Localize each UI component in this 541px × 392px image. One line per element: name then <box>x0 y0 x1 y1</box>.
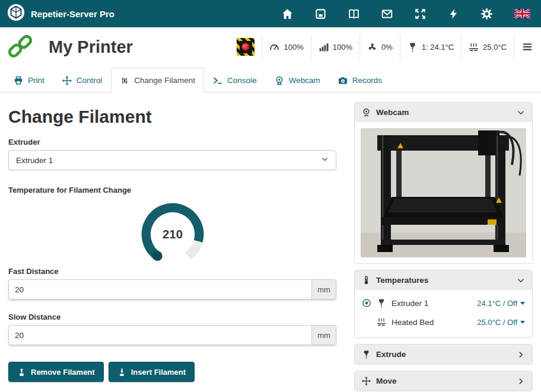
slow-distance-label: Slow Distance <box>8 313 336 321</box>
repetier-logo-icon <box>7 4 25 24</box>
tab-webcam-label: Webcam <box>289 76 320 85</box>
remove-filament-label: Remove Filament <box>31 368 95 377</box>
fast-distance-unit: mm <box>311 279 336 299</box>
extrude-panel: Extrude <box>354 344 533 365</box>
console-icon <box>213 76 222 85</box>
extruder-temp-dropdown[interactable]: 24.1°C / Off <box>477 299 525 308</box>
fast-distance-input[interactable] <box>8 279 311 299</box>
heated-bed-temp-reading: 25.0°C / Off <box>477 318 517 327</box>
webcam-panel: Webcam <box>354 102 533 264</box>
fullscreen-icon[interactable] <box>415 8 426 20</box>
emergency-stop-button[interactable] <box>230 34 262 59</box>
extruder-row-label: Extruder 1 <box>392 299 428 308</box>
fan-status[interactable]: 0% <box>359 34 400 59</box>
language-flag-icon[interactable] <box>514 9 530 19</box>
heated-bed-temp-row: Heated Bed 25.0°C / Off <box>362 313 525 332</box>
flow-value: 100% <box>333 43 352 52</box>
heated-bed-temp-dropdown[interactable]: 25.0°C / Off <box>477 318 525 327</box>
extrude-panel-header[interactable]: Extrude <box>355 345 532 364</box>
settings-gear-icon[interactable] <box>481 8 492 20</box>
fan-icon <box>367 42 377 52</box>
temperatures-panel-header[interactable]: Temperatures <box>355 270 532 290</box>
chevron-right-icon <box>517 350 525 359</box>
change-filament-form: Change Filament Extruder Extruder 1 Temp… <box>8 102 336 382</box>
tab-control-label: Control <box>77 76 103 85</box>
speed-multiplier[interactable]: 100% <box>262 34 310 59</box>
hamburger-menu-icon <box>522 42 533 52</box>
extruder-temp-value: 1: 24.1°C <box>422 43 454 52</box>
messages-icon[interactable] <box>381 8 393 20</box>
manual-book-icon[interactable] <box>348 8 359 20</box>
slow-distance-group: mm <box>8 325 336 345</box>
extruder-nozzle-icon <box>408 42 418 52</box>
change-filament-icon <box>120 76 129 85</box>
insert-filament-label: Insert Filament <box>131 368 186 377</box>
heated-bed-icon <box>377 317 386 327</box>
webcam-panel-header[interactable]: Webcam <box>355 103 532 122</box>
extruder-temp-row: Extruder 1 24.1°C / Off <box>362 294 525 313</box>
filament-actions: Remove Filament Insert Filament <box>8 362 336 382</box>
move-panel-header[interactable]: Move <box>355 371 532 391</box>
extruder-select-value: Extruder 1 <box>16 156 53 165</box>
tab-control[interactable]: Control <box>53 68 112 93</box>
bed-temp-status[interactable]: 25.0°C <box>461 34 514 59</box>
tab-print[interactable]: Print <box>5 68 53 93</box>
temperatures-list: Extruder 1 24.1°C / Off Heated Bed 25.0°… <box>355 290 532 337</box>
extruder-nozzle-icon <box>362 350 371 359</box>
printer-menu-button[interactable] <box>514 34 534 59</box>
thermometer-icon <box>362 276 371 285</box>
extrude-panel-title: Extrude <box>376 350 406 359</box>
sidebar: Webcam <box>354 102 533 392</box>
target-radio-icon[interactable] <box>362 298 371 308</box>
tab-console[interactable]: Console <box>204 68 266 93</box>
tab-change-filament-label: Change Filament <box>134 76 195 85</box>
chevron-right-icon <box>517 377 525 385</box>
remove-filament-button[interactable]: Remove Filament <box>8 362 104 382</box>
webcam-panel-title: Webcam <box>376 108 409 117</box>
extruder-temp-reading: 24.1°C / Off <box>477 299 517 308</box>
webcam-view <box>355 122 532 263</box>
page-title: Change Filament <box>8 107 336 127</box>
tab-print-label: Print <box>28 76 44 85</box>
chevron-down-icon <box>517 109 525 117</box>
move-panel-title: Move <box>376 377 397 385</box>
fast-distance-group: mm <box>8 279 336 299</box>
insert-filament-icon <box>117 368 126 377</box>
print-icon <box>14 76 23 85</box>
extruder-select[interactable]: Extruder 1 <box>8 150 336 170</box>
printer-list-icon[interactable] <box>315 8 326 20</box>
flow-multiplier[interactable]: 100% <box>311 34 359 59</box>
temperature-label: Temperature for Filament Change <box>8 186 336 195</box>
move-cross-icon <box>362 377 371 385</box>
connected-chain-icon <box>7 33 34 60</box>
bed-temp-value: 25.0°C <box>483 43 507 52</box>
tab-records-label: Records <box>352 76 382 85</box>
webcam-panel-icon <box>362 108 371 117</box>
power-icon[interactable] <box>448 8 459 20</box>
tab-records[interactable]: Records <box>329 68 391 93</box>
caret-down-icon <box>520 302 525 305</box>
chevron-down-icon <box>517 276 525 285</box>
app-title: Repetier-Server Pro <box>31 9 114 19</box>
slow-distance-input[interactable] <box>8 325 311 345</box>
extruder-nozzle-icon <box>377 298 386 308</box>
printer-header: My Printer 100% 100% 0% 1: 2 <box>0 27 541 66</box>
move-panel: Move <box>354 371 533 391</box>
extruder-temp-status[interactable]: 1: 24.1°C <box>400 34 461 59</box>
gauge-handle[interactable] <box>152 251 163 261</box>
remove-filament-icon <box>17 368 26 377</box>
home-icon[interactable] <box>282 8 293 20</box>
chevron-down-icon <box>321 155 329 165</box>
insert-filament-button[interactable]: Insert Filament <box>109 362 195 382</box>
flow-icon <box>319 42 329 52</box>
temperature-gauge[interactable]: 210 <box>8 198 336 263</box>
heated-bed-icon <box>469 42 479 52</box>
tab-webcam[interactable]: Webcam <box>266 68 329 93</box>
top-navbar: Repetier-Server Pro <box>0 0 541 27</box>
webcam-icon <box>275 76 284 85</box>
tab-change-filament[interactable]: Change Filament <box>111 68 204 93</box>
tab-console-label: Console <box>227 76 257 85</box>
printer-status-bar: 100% 100% 0% 1: 24.1°C 25.0°C <box>230 34 534 59</box>
speed-value: 100% <box>284 43 303 52</box>
fan-value: 0% <box>381 43 393 52</box>
